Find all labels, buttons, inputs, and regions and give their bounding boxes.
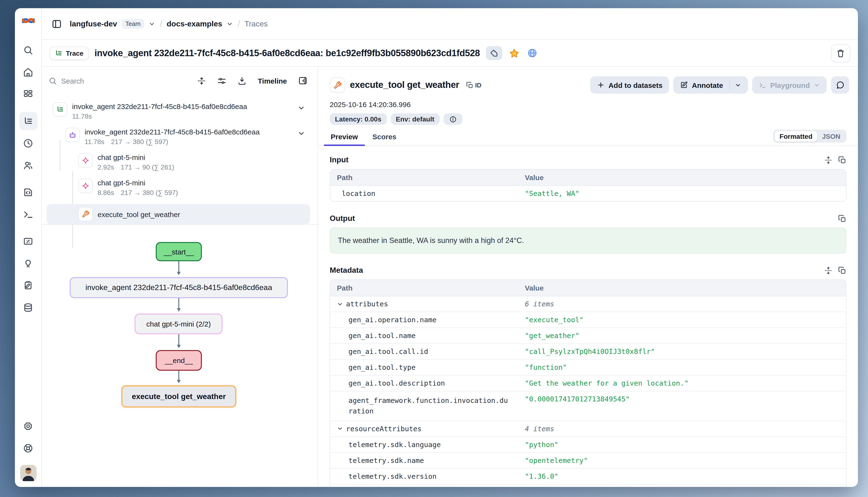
breadcrumb-org[interactable]: langfuse-dev <box>70 19 117 28</box>
table-row[interactable]: gen_ai.tool.description "Get the weather… <box>330 375 846 392</box>
sidebar-prompts-icon[interactable] <box>19 183 37 201</box>
column-value: Value <box>518 170 846 185</box>
tree-search[interactable] <box>49 76 190 85</box>
sidebar-evaluation-icon[interactable] <box>19 232 37 250</box>
comments-button[interactable] <box>831 76 849 94</box>
chevron-down-icon[interactable] <box>337 301 343 307</box>
sidebar-sessions-icon[interactable] <box>19 134 37 152</box>
span-duration: 11.78s <box>72 112 92 120</box>
expand-vertical-icon[interactable] <box>824 156 832 164</box>
info-chip[interactable] <box>443 113 462 125</box>
row-value: "unknown_service" <box>518 484 846 487</box>
copy-id-control[interactable]: ID <box>466 81 481 89</box>
expand-vertical-icon[interactable] <box>824 266 832 274</box>
collapse-panel-icon[interactable] <box>294 72 311 89</box>
metadata-section-header: Metadata <box>330 266 846 275</box>
playground-button[interactable]: Playground <box>753 76 827 94</box>
bookmark-star-icon[interactable] <box>508 47 520 59</box>
table-row[interactable]: telemetry.sdk.version "1.36.0" <box>330 469 846 484</box>
trace-tree-icon <box>53 102 67 117</box>
sidebar-dashboards-icon[interactable] <box>19 85 37 103</box>
add-to-datasets-button[interactable]: Add to datasets <box>590 76 669 94</box>
copy-icon[interactable] <box>838 266 846 274</box>
table-row[interactable]: gen_ai.tool.call.id "call_PsylzxTpQh4i0O… <box>330 344 846 360</box>
search-input[interactable] <box>61 76 190 85</box>
tab-scores[interactable]: Scores <box>371 130 397 145</box>
langfuse-logo-icon <box>22 15 35 26</box>
annotate-button[interactable]: Annotate <box>674 76 748 94</box>
span-title: chat gpt-5-mini <box>98 179 312 187</box>
sidebar-annotation-queues-icon[interactable] <box>19 276 37 294</box>
timeline-toggle[interactable]: Timeline <box>254 76 291 85</box>
sidebar-tracing-icon[interactable] <box>19 112 37 130</box>
tree-toolbar: Timeline <box>42 67 318 95</box>
tree-item-root-trace[interactable]: invoke_agent 232de211-7fcf-45c8-b415-6af… <box>42 102 312 120</box>
sidebar-support-icon[interactable] <box>19 439 37 457</box>
table-row[interactable]: gen_ai.operation.name "execute_tool" <box>330 312 846 328</box>
tree-item-agent-span[interactable]: invoke_agent 232de211-7fcf-45c8-b415-6af… <box>42 128 312 145</box>
table-row[interactable]: telemetry.sdk.name "opentelemetry" <box>330 453 846 469</box>
sidebar-settings-icon[interactable] <box>19 417 37 435</box>
chevron-down-icon[interactable] <box>298 130 305 137</box>
row-path: telemetry.sdk.name <box>330 453 518 468</box>
delete-trace-button[interactable] <box>831 44 850 62</box>
table-row[interactable]: gen_ai.tool.name "get_weather" <box>330 328 846 344</box>
graph-node-execute-tool-selected[interactable]: execute_tool get_weather <box>121 385 236 408</box>
graph-node-start[interactable]: __start__ <box>156 242 202 261</box>
span-duration: 8.86s <box>98 189 114 196</box>
row-path: gen_ai.tool.description <box>330 375 518 391</box>
breadcrumb-page[interactable]: Traces <box>244 19 268 28</box>
graph-edge <box>178 298 179 311</box>
sidebar-datasets-icon[interactable] <box>19 298 37 316</box>
span-timestamp: 2025-10-16 14:20:36.996 <box>318 94 858 109</box>
tab-preview[interactable]: Preview <box>330 130 359 145</box>
chevron-down-icon[interactable] <box>298 104 305 112</box>
graph-node-invoke-agent[interactable]: invoke_agent 232de211-7fcf-45c8-b415-6af… <box>70 277 288 298</box>
copy-icon[interactable] <box>838 156 846 164</box>
sidebar-playground-icon[interactable] <box>19 205 37 223</box>
download-icon[interactable] <box>234 72 250 89</box>
table-row-clipped[interactable]: service.name "unknown_service" <box>330 484 846 487</box>
user-avatar[interactable] <box>20 465 36 481</box>
sidebar-insights-icon[interactable] <box>19 254 37 272</box>
graph-node-chat[interactable]: chat gpt-5-mini (2/2) <box>135 314 222 334</box>
output-section-title: Output <box>330 214 355 223</box>
generation-sparkle-icon <box>78 179 93 193</box>
collapse-all-icon[interactable] <box>193 72 210 89</box>
table-row[interactable]: telemetry.sdk.language "python" <box>330 437 846 453</box>
table-group-row[interactable]: resourceAttributes 4 items <box>330 421 846 437</box>
agent-graph: __start__ invoke_agent 232de211-7fcf-45c… <box>42 224 318 487</box>
sidebar-home-icon[interactable] <box>19 63 37 81</box>
tag-icon[interactable] <box>486 46 502 60</box>
breadcrumb-project[interactable]: docs-examples <box>167 19 222 28</box>
org-plan-badge: Team <box>121 19 144 29</box>
tree-item-tool-span-selected[interactable]: execute_tool get_weather <box>46 204 310 224</box>
view-settings-icon[interactable] <box>213 72 230 89</box>
tree-item-generation-2[interactable]: chat gpt-5-mini 8.86s217 → 380 (∑ 597) <box>42 179 312 196</box>
id-label: ID <box>475 81 481 89</box>
sidebar-search-icon[interactable] <box>19 41 37 59</box>
sidebar-users-icon[interactable] <box>19 156 37 174</box>
table-row[interactable]: location "Seattle, WA" <box>330 186 846 201</box>
table-row[interactable]: agent_framework.function.invocation.dura… <box>330 392 846 421</box>
chevron-down-icon <box>814 82 820 88</box>
chevron-down-icon[interactable] <box>149 20 155 27</box>
table-row[interactable]: gen_ai.tool.type "function" <box>330 360 846 375</box>
sidebar-toggle-icon[interactable] <box>51 17 63 30</box>
copy-icon[interactable] <box>838 214 846 223</box>
format-option-formatted[interactable]: Formatted <box>775 131 817 141</box>
chevron-down-icon[interactable] <box>226 20 233 27</box>
search-icon <box>49 76 57 85</box>
public-globe-icon[interactable] <box>526 47 539 59</box>
tool-wrench-icon <box>78 207 93 222</box>
detail-body: Input Path Value location " <box>318 146 858 487</box>
graph-node-end[interactable]: __end__ <box>156 350 202 371</box>
chevron-down-icon[interactable] <box>735 82 741 88</box>
metadata-section-title: Metadata <box>330 266 363 275</box>
table-group-row[interactable]: attributes 6 items <box>330 296 846 312</box>
format-option-json[interactable]: JSON <box>817 131 845 141</box>
trace-span-tree: invoke_agent 232de211-7fcf-45c8-b415-6af… <box>42 95 318 224</box>
metadata-table: Path Value attributes 6 items gen_ai.ope… <box>330 280 846 487</box>
tree-item-generation-1[interactable]: chat gpt-5-mini 2.92s171 → 90 (∑ 261) <box>42 153 312 171</box>
chevron-down-icon[interactable] <box>337 426 343 432</box>
